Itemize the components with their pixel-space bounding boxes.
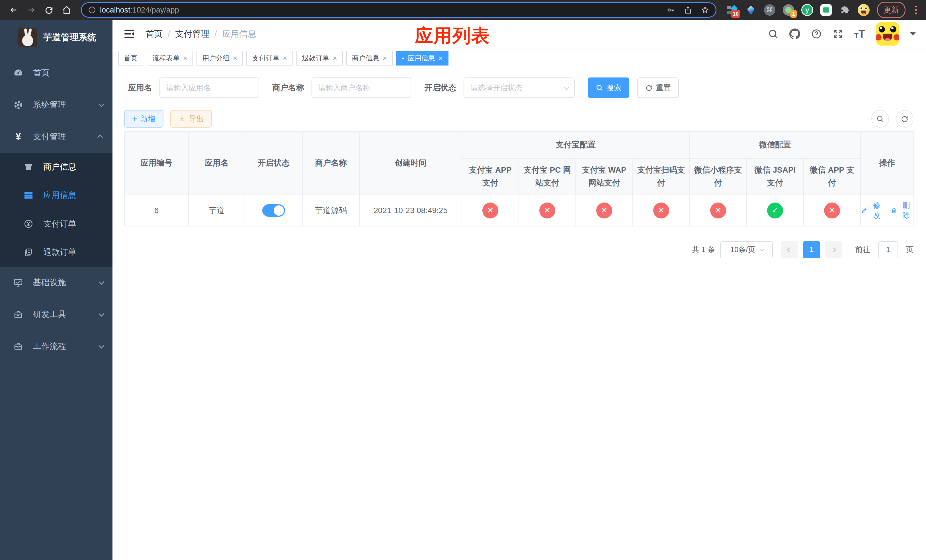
extension-icon-chat[interactable] [820,4,832,16]
chrome-update-button[interactable]: 更新 [877,2,905,18]
tab-app-info[interactable]: ●应用信息× [396,51,448,65]
delete-button[interactable]: 删除 [890,201,914,221]
app-table: 应用编号 应用名 开启状态 商户名称 创建时间 支付宝配置 微信配置 操作 支付… [124,131,914,227]
cell-status [245,195,303,226]
search-icon [596,84,603,91]
sidebar-item-merchant-info[interactable]: 商户信息 [0,153,112,181]
sidebar-item-dev-tools[interactable]: 研发工具 [0,298,112,330]
refresh-icon [901,115,909,123]
password-key-icon[interactable] [667,6,675,14]
breadcrumb-home[interactable]: 首页 [145,28,163,40]
col-header-app-name: 应用名 [189,131,245,195]
url-text[interactable]: localhost:1024/pay/app [100,6,663,15]
extension-icon-blocks[interactable]: 10 [726,4,738,16]
enabled-switch[interactable] [262,204,285,217]
browser-refresh-button[interactable] [42,3,56,17]
browser-back-button[interactable] [6,3,21,17]
avatar-dropdown-caret[interactable] [910,32,916,38]
sidebar-item-pay-orders[interactable]: 支付订单 [0,210,112,238]
sidebar-item-system[interactable]: 系统管理 [0,89,112,121]
page-number-1[interactable]: 1 [803,241,820,258]
close-icon[interactable]: × [438,54,442,62]
address-bar[interactable]: localhost:1024/pay/app [81,2,716,18]
balloon-icon [747,6,755,14]
active-dot-icon: ● [402,56,404,60]
export-button[interactable]: 导出 [170,110,212,128]
sidebar-item-payment[interactable]: ¥ 支付管理 [0,121,112,153]
next-page-button[interactable] [825,241,842,258]
close-icon[interactable]: × [383,54,387,62]
coin-icon [22,219,35,229]
tab-merchant-info[interactable]: 商户信息× [346,51,393,65]
search-icon[interactable] [768,29,779,39]
close-icon[interactable]: × [283,54,287,62]
chevron-down-icon [98,343,104,349]
extension-badge: 10 [731,10,740,18]
edit-button[interactable]: 修改 [861,201,884,221]
font-size-icon[interactable]: TT [854,29,865,39]
sidebar-logo-row[interactable]: 芋道管理系统 [0,20,112,53]
merchant-name-input[interactable] [312,77,411,98]
document-icon [22,248,35,257]
breadcrumb-payment[interactable]: 支付管理 [175,28,209,40]
reset-button[interactable]: 重置 [637,77,679,98]
sidebar-item-workflow[interactable]: 工作流程 [0,330,112,362]
tab-home[interactable]: 首页 [118,51,143,65]
fullscreen-icon[interactable] [832,29,843,39]
sidebar-item-infrastructure[interactable]: 基础设施 [0,266,112,298]
plus-icon: + [132,115,137,123]
sidebar-item-refund-orders[interactable]: 退款订单 [0,238,112,266]
prev-page-button[interactable] [781,241,798,258]
extensions-puzzle-button[interactable] [839,4,851,16]
tab-refund-orders[interactable]: 退款订单× [297,51,343,65]
sub-header-alipay-pc: 支付宝 PC 网站支付 [519,158,576,195]
sidebar-collapse-button[interactable] [123,28,136,39]
page-content: 应用名 商户名称 开启状态 请选择开启状态 搜索 [112,68,926,560]
chevron-down-icon [98,311,104,317]
col-header-status: 开启状态 [245,131,303,195]
bookmark-star-icon[interactable] [701,6,709,14]
extension-badge: 1 [790,10,797,18]
table-toolbar: + 新增 导出 [124,110,914,128]
close-icon[interactable]: × [333,54,337,62]
extension-icon-emoji[interactable] [858,4,870,16]
help-icon[interactable] [811,29,822,39]
sidebar: 芋道管理系统 首页 系统管理 ¥ 支付管理 [0,20,112,560]
breadcrumb: 首页 / 支付管理 / 应用信息 [145,28,256,40]
search-button[interactable]: 搜索 [588,77,629,98]
close-icon[interactable]: × [183,54,188,62]
page-size-select[interactable]: 10条/页 [720,241,773,258]
user-avatar[interactable] [876,22,899,45]
close-icon[interactable]: × [233,54,237,62]
browser-menu-button[interactable] [912,5,920,15]
tab-process-form[interactable]: 流程表单× [147,51,193,65]
site-info-icon[interactable] [88,6,96,14]
status-select[interactable]: 请选择开启状态 [464,77,575,98]
extension-icon-balloon[interactable] [745,4,757,16]
github-icon[interactable] [789,29,800,39]
emoji-face-icon [858,4,870,16]
refresh-table-button[interactable] [896,110,914,128]
add-button[interactable]: + 新增 [124,110,163,128]
extension-shape [727,11,731,14]
tab-user-group[interactable]: 用户分组× [197,51,243,65]
share-icon[interactable] [684,6,692,14]
total-count: 共 1 条 [692,245,715,255]
sidebar-item-app-info[interactable]: 应用信息 [0,181,112,210]
toggle-search-button[interactable] [872,110,889,128]
top-navbar: 首页 / 支付管理 / 应用信息 TT [112,20,926,48]
app-name-input[interactable] [159,77,259,98]
sidebar-item-home[interactable]: 首页 [0,57,112,89]
extension-icon-recorder[interactable]: 1 [782,4,794,16]
col-header-created: 创建时间 [359,131,462,195]
tab-pay-orders[interactable]: 支付订单× [246,51,293,65]
browser-home-button[interactable] [59,3,74,17]
grid-icon [22,191,35,200]
goto-page-input[interactable] [878,241,898,258]
status-cross-icon: ✕ [710,203,726,218]
extension-icon-clover[interactable]: ⌘ [764,4,776,16]
browser-forward-button[interactable] [24,3,39,17]
extension-icon-yuque[interactable]: y [801,4,813,16]
reset-icon [645,84,653,91]
status-cross-icon: ✕ [539,203,555,218]
